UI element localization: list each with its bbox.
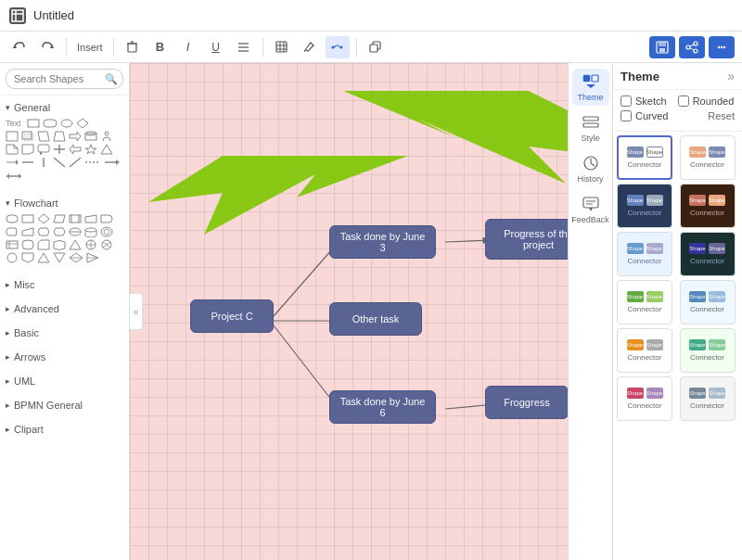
rounded-option[interactable]: Rounded <box>678 95 735 107</box>
fl-summing-junct[interactable] <box>100 239 113 250</box>
shape-note[interactable] <box>21 144 34 155</box>
pencil-button[interactable] <box>298 36 322 58</box>
fl-decision[interactable] <box>37 213 50 224</box>
fl-delay[interactable] <box>100 213 113 224</box>
delete-button[interactable] <box>121 36 145 58</box>
theme-card-8[interactable]: Shape Shape Connector <box>680 280 736 325</box>
fl-connector[interactable] <box>6 252 19 263</box>
shape-line-h[interactable] <box>21 157 34 168</box>
fl-manual[interactable] <box>84 213 97 224</box>
theme-card-1[interactable]: Shape Shape Connector <box>617 135 672 180</box>
underline-button[interactable]: U <box>204 36 228 58</box>
redo-button[interactable] <box>35 36 59 58</box>
fl-card[interactable] <box>37 239 50 250</box>
theme-panel-button[interactable]: Theme <box>572 69 609 106</box>
node-task-june3[interactable]: Task done by June 3 <box>329 225 436 259</box>
fl-predef[interactable] <box>69 213 82 224</box>
fl-direct-access[interactable] <box>100 226 113 237</box>
shape-cylinder[interactable] <box>84 131 97 142</box>
fl-process[interactable] <box>21 213 34 224</box>
fl-paper-tape[interactable] <box>53 239 66 250</box>
style-panel-button[interactable]: Style <box>572 109 609 146</box>
shape-callout[interactable] <box>37 144 50 155</box>
theme-card-12[interactable]: Shape Shape Connector <box>680 376 736 421</box>
fl-off-page[interactable] <box>21 252 34 263</box>
collapse-left-handle[interactable]: « <box>130 293 143 330</box>
reset-button[interactable]: Reset <box>708 110 735 121</box>
shape-doc[interactable] <box>6 144 19 155</box>
shape-rounded[interactable] <box>43 119 58 128</box>
node-progress[interactable]: Progress of the project <box>485 219 568 260</box>
list-button[interactable] <box>232 36 256 58</box>
history-panel-button[interactable]: History <box>572 150 609 187</box>
shape-diag1[interactable] <box>53 157 66 168</box>
curved-option[interactable]: Curved <box>620 110 668 121</box>
node-project-c[interactable]: Project C <box>190 299 274 333</box>
sketch-checkbox[interactable] <box>620 95 632 107</box>
collapse-right-button[interactable]: » <box>727 69 735 83</box>
clipart-header[interactable]: ▸ Clipart <box>6 421 123 438</box>
fl-loop-limit[interactable] <box>53 226 66 237</box>
node-froggress[interactable]: Froggress <box>485 386 568 419</box>
shape-ellipse[interactable] <box>60 119 73 128</box>
shape-arrow-line[interactable] <box>104 157 121 168</box>
shape-shadow-rect[interactable] <box>21 131 34 142</box>
shape-star[interactable] <box>84 144 97 155</box>
feedback-panel-button[interactable]: FeedBack <box>572 191 609 228</box>
more-options-button[interactable] <box>709 36 735 58</box>
flowchart-section-header[interactable]: ▾ Flowchart <box>6 195 123 211</box>
node-other-task[interactable]: Other task <box>329 302 422 336</box>
fl-sort[interactable] <box>69 252 83 263</box>
table-button[interactable] <box>270 36 294 58</box>
theme-card-10[interactable]: Shape Shape Connector <box>680 328 736 373</box>
fl-disk[interactable] <box>84 226 97 237</box>
connect-button[interactable] <box>326 36 350 58</box>
arrows-header[interactable]: ▸ Arrows <box>6 349 123 365</box>
rounded-checkbox[interactable] <box>678 95 689 107</box>
shape-rect[interactable] <box>27 119 40 128</box>
fl-prep[interactable] <box>37 226 50 237</box>
copy-button[interactable] <box>364 36 388 58</box>
advanced-header[interactable]: ▸ Advanced <box>6 300 123 317</box>
fl-internal-stor[interactable] <box>6 239 19 250</box>
shape-parallelogram[interactable] <box>37 131 50 142</box>
fl-or[interactable] <box>84 239 97 250</box>
shape-line-v[interactable] <box>37 157 50 168</box>
theme-card-7[interactable]: Shape Shape Connector <box>617 280 672 325</box>
shape-person[interactable] <box>100 131 113 142</box>
fl-stored-data[interactable] <box>69 226 82 237</box>
sketch-option[interactable]: Sketch <box>620 95 667 107</box>
shape-dbl-arrow[interactable] <box>6 171 22 182</box>
theme-card-3[interactable]: Shape Shape Connector <box>617 184 672 228</box>
theme-card-4[interactable]: Shape Shape Connector <box>680 184 736 228</box>
fl-extract[interactable] <box>37 252 50 263</box>
save-button[interactable] <box>649 36 675 58</box>
theme-card-5[interactable]: Shape Shape Connector <box>617 232 672 276</box>
theme-card-11[interactable]: Shape Shape Connector <box>617 376 672 421</box>
misc-header[interactable]: ▸ Misc <box>6 276 123 293</box>
canvas[interactable]: « Project C <box>130 63 568 560</box>
fl-sequential-access[interactable] <box>21 239 34 250</box>
shape-arrow-left[interactable] <box>69 144 82 155</box>
theme-card-6[interactable]: Shape Shape Connector <box>680 232 736 276</box>
shape-dashed-line[interactable] <box>84 157 101 168</box>
basic-header[interactable]: ▸ Basic <box>6 325 123 341</box>
shape-s-arrow[interactable] <box>6 157 19 168</box>
italic-button[interactable]: I <box>176 36 200 58</box>
shape-triangle[interactable] <box>100 144 113 155</box>
share-button[interactable] <box>679 36 705 58</box>
shape-trapezoid[interactable] <box>53 131 66 142</box>
fl-data[interactable] <box>53 213 66 224</box>
insert-button[interactable]: Insert <box>73 36 107 58</box>
shape-cross[interactable] <box>53 144 66 155</box>
node-task-june6[interactable]: Task done by June 6 <box>329 390 436 424</box>
undo-button[interactable] <box>7 36 32 58</box>
fl-terminator[interactable] <box>6 213 19 224</box>
theme-card-9[interactable]: Shape Shape Connector <box>617 328 672 373</box>
uml-header[interactable]: ▸ UML <box>6 373 123 389</box>
shape-arrow-right[interactable] <box>69 131 82 142</box>
curved-checkbox[interactable] <box>620 110 632 121</box>
bold-button[interactable]: B <box>148 36 173 58</box>
fl-manual-input[interactable] <box>21 226 34 237</box>
shape-rect-fill[interactable] <box>6 131 19 142</box>
